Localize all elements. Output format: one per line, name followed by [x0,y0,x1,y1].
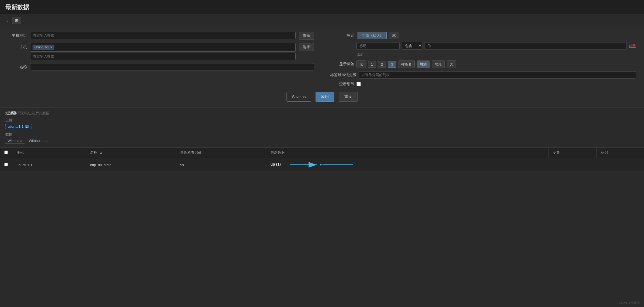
apply-button[interactable]: 应用 [316,92,334,102]
display-1-btn[interactable]: 1 [368,61,376,68]
tag-header-row: 标记 与/或（默认） 或 [330,32,636,39]
host-filter-label: 主机 [5,118,639,123]
blue-arrow-icon [287,161,319,169]
row-name: http_80_state [86,158,176,172]
host-tag: ubuntu1-1 ✕ [33,45,54,50]
tag-or-button[interactable]: 或 [389,32,399,39]
top-toolbar: ‹ ⊞ [0,15,644,26]
display-label-label: 显示标签 [330,62,354,67]
col-last-check: 最近检查记录 [176,148,266,158]
data-filter-section: 数据 With data Without data [5,132,639,144]
tag-priority-row: 标签显示优先级 [330,71,636,78]
name-row: 名称 http [8,63,314,70]
tag-toggle-row: 与/或（默认） 或 [358,32,399,39]
host-badge: ubuntu1-1 1 [5,124,32,129]
page-title-bar: 最新数据 [0,0,644,15]
filter-left: 主机群组 选择 主机 ubuntu1-1 ✕ [8,32,314,87]
display-short-btn[interactable]: 缩短 [432,60,445,68]
col-changes: 更改 [548,148,596,158]
priority-label: 标签显示优先级 [330,73,356,77]
reset-button[interactable]: 重设 [339,92,358,102]
save-as-button[interactable]: Save as [286,92,312,102]
col-latest-data: 最新数据 [266,148,549,158]
tag-add-link[interactable]: 添加 [356,52,363,57]
host-search-input[interactable] [30,53,296,60]
display-fill-btn[interactable]: 填满 [417,60,430,68]
host-filter-section: 主机 ubuntu1-1 1 [5,118,639,129]
name-control: http [30,63,314,70]
table-row: ubuntu1-1 http_80_state 9s up (1) [0,158,644,172]
details-row: 查看细节 [330,82,636,87]
host-group-row: 主机群组 选择 [8,32,314,40]
row-checkbox-cell [0,158,12,172]
tag-and-button[interactable]: 与/或（默认） [358,32,387,39]
filter-panel: 主机群组 选择 主机 ubuntu1-1 ✕ [0,26,644,108]
col-name[interactable]: 名称 ▲ [86,148,176,158]
name-input[interactable]: http [30,63,314,70]
host-row: 主机 ubuntu1-1 ✕ 选择 [8,43,314,60]
row-latest-data: up (1) [266,158,549,172]
details-label: 查看细节 [330,82,354,87]
host-tag-remove[interactable]: ✕ [50,46,52,49]
details-checkbox[interactable] [356,82,361,86]
name-label: 名称 [8,63,27,70]
filter-active-title: 过滤器 只影响过滤后的数据 [5,111,639,116]
row-last-check: 9s [176,158,266,172]
host-group-select-button[interactable]: 选择 [299,32,314,40]
page-title: 最新数据 [5,3,639,11]
display-labels-row: 显示标签 无 1 2 3 标签名 填满 缩短 无 [330,60,636,68]
priority-input[interactable] [359,71,636,78]
tag-filter-row: 包含 不包含 等于 不等于 移除 [330,42,636,50]
host-tag-text: ubuntu1-1 [34,45,49,49]
sort-arrow-name: ▲ [99,151,103,155]
tag-remove-link[interactable]: 移除 [629,44,636,48]
row-checkbox[interactable] [4,163,8,166]
tag-field-input[interactable] [356,42,400,49]
host-group-label: 主机群组 [8,32,27,38]
host-badge-name: ubuntu1-1 [8,124,24,128]
filter-icon: ⊞ [15,18,18,23]
filter-right: 标记 与/或（默认） 或 包含 不包含 等于 不等于 [330,32,636,87]
display-3-btn[interactable]: 3 [388,61,396,68]
tag-value-input[interactable] [425,42,627,49]
action-row: Save as 应用 重设 [8,92,636,102]
col-checkbox [0,148,12,158]
row-changes [548,158,596,172]
back-button[interactable]: ‹ [4,17,10,24]
display-tagname-btn[interactable]: 标签名 [398,60,415,68]
latest-data-value: up (1) [271,162,281,166]
host-tag-container[interactable]: ubuntu1-1 ✕ [30,43,296,52]
tag-section: 标记 与/或（默认） 或 包含 不包含 等于 不等于 [330,32,636,57]
host-label: 主机 [8,43,27,49]
row-tags [596,158,644,172]
tag-label: 标记 [330,33,354,38]
display-2-btn[interactable]: 2 [378,61,386,68]
col-tags: 标记 [596,148,644,158]
select-all-checkbox[interactable] [4,151,8,154]
host-group-input[interactable] [30,32,296,39]
data-table: 主机 名称 ▲ 最近检查记录 最新数据 更改 标记 ubuntu1-1 http… [0,148,644,172]
tab-with-data[interactable]: With data [5,138,24,144]
tag-add-row: 添加 [330,52,636,57]
filter-active-subtitle: 只影响过滤后的数据 [18,111,49,115]
host-badge-count: 1 [25,125,29,128]
table-header-row: 主机 名称 ▲ 最近检查记录 最新数据 更改 标记 [0,148,644,158]
data-filter-label: 数据 [5,132,639,137]
tab-without-data[interactable]: Without data [27,138,51,144]
col-host: 主机 [12,148,86,158]
host-control: ubuntu1-1 ✕ [30,43,296,60]
table-section: 主机 名称 ▲ 最近检查记录 最新数据 更改 标记 ubuntu1-1 http… [0,148,644,172]
row-host: ubuntu1-1 [12,158,86,172]
display-none-btn[interactable]: 无 [356,60,366,68]
host-select-button[interactable]: 选择 [299,43,314,51]
data-tabs: With data Without data [5,138,639,144]
filter-active-section: 过滤器 只影响过滤后的数据 主机 ubuntu1-1 1 数据 With dat… [0,108,644,148]
blue-arrow-icon-2 [320,161,355,169]
filter-icon-button[interactable]: ⊞ [12,17,21,24]
tag-operator-select[interactable]: 包含 不包含 等于 不等于 [402,42,422,50]
host-group-control [30,32,296,39]
display-none2-btn[interactable]: 无 [447,60,456,68]
